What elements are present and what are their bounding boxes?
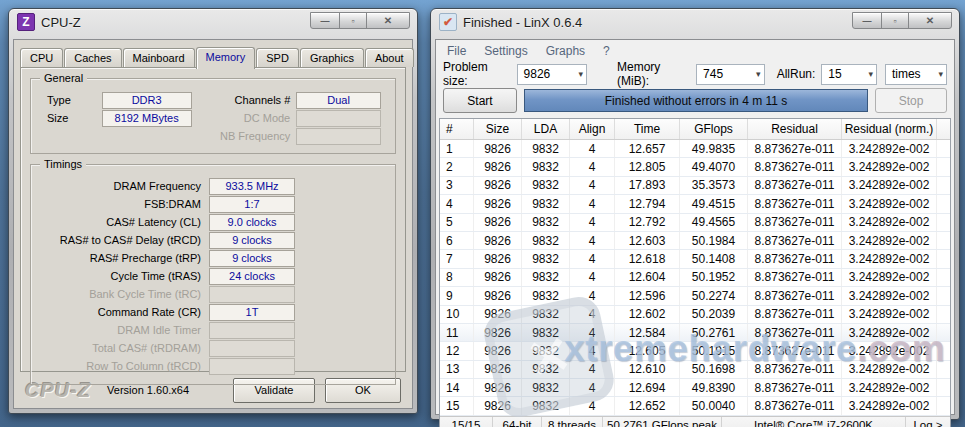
status-segment-4: Intel® Core™ i7-2600K <box>722 417 906 427</box>
cell: 12.605 <box>615 342 680 359</box>
table-row[interactable]: 798269832412.61850.14088.873627e-0113.24… <box>440 250 950 268</box>
tab-spd[interactable]: SPD <box>256 48 299 67</box>
column-header-residual-norm[interactable]: Residual (norm.) <box>842 119 937 139</box>
table-row[interactable]: 698269832412.60350.19848.873627e-0113.24… <box>440 232 950 250</box>
chevron-down-icon: ▾ <box>863 69 873 79</box>
column-header-size[interactable]: Size <box>474 119 522 139</box>
table-row[interactable]: 398269832417.89335.35738.873627e-0113.24… <box>440 177 950 195</box>
cell: 49.4070 <box>680 158 748 175</box>
menu-item-graphs[interactable]: Graphs <box>537 42 594 60</box>
cell: 3.242892e-002 <box>842 214 937 231</box>
cell: 3.242892e-002 <box>842 397 937 414</box>
cpuz-app-icon: Z <box>17 13 35 31</box>
linx-menubar: FileSettingsGraphs? <box>436 40 954 61</box>
cell: 9826 <box>474 361 522 378</box>
field-value: 9 clocks <box>209 250 295 267</box>
column-header-gflops[interactable]: GFlops <box>680 119 748 139</box>
table-row[interactable]: 1498269832412.69449.83908.873627e-0113.2… <box>440 379 950 397</box>
column-header-align[interactable]: Align <box>570 119 615 139</box>
cell: 4 <box>570 269 615 286</box>
table-row[interactable]: 1398269832412.61050.16988.873627e-0113.2… <box>440 361 950 379</box>
problem-size-label: Problem size: <box>443 60 511 88</box>
field-label: DRAM Idle Timer <box>31 324 209 336</box>
cell: 3.242892e-002 <box>842 269 937 286</box>
tab-graphics[interactable]: Graphics <box>300 48 364 67</box>
cell-filler <box>937 379 950 396</box>
table-row[interactable]: 1598269832412.65250.00408.873627e-0113.2… <box>440 397 950 415</box>
close-icon[interactable]: ✕ <box>366 12 410 29</box>
cell: 8.873627e-011 <box>748 195 842 212</box>
column-header-time[interactable]: Time <box>615 119 680 139</box>
field-label: DRAM Frequency <box>31 180 209 192</box>
memory-select[interactable]: 745 ▾ <box>696 64 765 85</box>
cell: 4 <box>570 195 615 212</box>
cell: 4 <box>570 306 615 323</box>
cell: 9826 <box>474 379 522 396</box>
table-row[interactable]: 1098269832412.60250.20398.873627e-0113.2… <box>440 306 950 324</box>
cell: 50.1698 <box>680 361 748 378</box>
menu-item-settings[interactable]: Settings <box>475 42 536 60</box>
cell: 50.2039 <box>680 306 748 323</box>
cell: 8.873627e-011 <box>748 397 842 414</box>
run-count-select[interactable]: 15 ▾ <box>821 64 877 85</box>
cell: 9826 <box>474 269 522 286</box>
field-value <box>209 322 295 339</box>
cell: 5 <box>440 214 474 231</box>
timing-row: Bank Cycle Time (tRC) <box>31 285 395 303</box>
cell: 8.873627e-011 <box>748 287 842 304</box>
cell: 3.242892e-002 <box>842 250 937 267</box>
status-segment-5[interactable]: Log > <box>906 417 950 427</box>
cell: 9832 <box>522 140 570 157</box>
minimize-icon[interactable]: — <box>852 12 882 29</box>
table-row[interactable]: 498269832412.79449.45158.873627e-0113.24… <box>440 195 950 213</box>
cell: 9826 <box>474 232 522 249</box>
timings-grid: DRAM Frequency933.5 MHzFSB:DRAM1:7CAS# L… <box>31 165 395 384</box>
cell: 12 <box>440 342 474 359</box>
table-row[interactable]: 898269832412.60450.19528.873627e-0113.24… <box>440 269 950 287</box>
cell: 9832 <box>522 177 570 194</box>
minimize-icon[interactable]: — <box>310 12 340 29</box>
cpuz-version: Version 1.60.x64 <box>107 384 189 396</box>
timing-row: RAS# to CAS# Delay (tRCD)9 clocks <box>31 231 395 249</box>
field-value: DDR3 <box>102 92 192 109</box>
menu-item-col[interactable]: ? <box>594 42 619 60</box>
menu-item-file[interactable]: File <box>438 42 475 60</box>
column-header-residual[interactable]: Residual <box>748 119 842 139</box>
cell: 3.242892e-002 <box>842 379 937 396</box>
cell: 9826 <box>474 324 522 341</box>
column-header-col[interactable]: # <box>440 119 474 139</box>
tab-cpu[interactable]: CPU <box>20 48 63 67</box>
close-icon[interactable]: ✕ <box>908 12 952 29</box>
field-value <box>209 286 295 303</box>
cell: 9832 <box>522 379 570 396</box>
tab-caches[interactable]: Caches <box>64 48 121 67</box>
table-row[interactable]: 1198269832412.58450.27618.873627e-0113.2… <box>440 324 950 342</box>
table-row[interactable]: 198269832412.65749.98358.873627e-0113.24… <box>440 140 950 158</box>
cell: 9 <box>440 287 474 304</box>
start-button[interactable]: Start <box>443 88 517 113</box>
cell: 9826 <box>474 287 522 304</box>
maximize-icon[interactable]: ▫ <box>881 12 909 29</box>
table-row[interactable]: 998269832412.59650.22748.873627e-0113.24… <box>440 287 950 305</box>
field-label: FSB:DRAM <box>31 198 209 210</box>
cell: 12.794 <box>615 195 680 212</box>
timing-row: Total CAS# (tRDRAM) <box>31 339 395 357</box>
cpuz-window: Z CPU-Z — ▫ ✕ CPUCachesMainboardMemorySP… <box>8 8 418 414</box>
field-value <box>296 110 381 127</box>
linx-client-area: FileSettingsGraphs? Problem size: 9826 ▾… <box>435 39 955 415</box>
linx-titlebar[interactable]: ✔ Finished - LinX 0.6.4 — ▫ ✕ <box>431 9 959 35</box>
tab-about[interactable]: About <box>365 48 414 67</box>
run-units-select[interactable]: times ▾ <box>885 64 947 85</box>
maximize-icon[interactable]: ▫ <box>339 12 367 29</box>
problem-size-select[interactable]: 9826 ▾ <box>517 64 587 85</box>
cpuz-titlebar[interactable]: Z CPU-Z — ▫ ✕ <box>9 9 417 35</box>
tab-mainboard[interactable]: Mainboard <box>123 48 195 67</box>
table-row[interactable]: 1298269832412.60550.19158.873627e-0113.2… <box>440 342 950 360</box>
field-label: Channels # <box>192 94 297 106</box>
column-header-filler <box>937 119 950 139</box>
column-header-lda[interactable]: LDA <box>522 119 570 139</box>
table-row[interactable]: 598269832412.79249.45658.873627e-0113.24… <box>440 214 950 232</box>
cell: 12.604 <box>615 269 680 286</box>
tab-memory[interactable]: Memory <box>196 47 256 69</box>
table-row[interactable]: 298269832412.80549.40708.873627e-0113.24… <box>440 158 950 176</box>
